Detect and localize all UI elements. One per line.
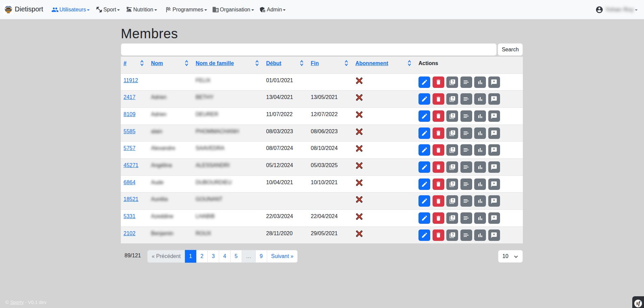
svg-text:?: ? — [452, 97, 454, 100]
svg-text:?: ? — [452, 131, 454, 134]
svg-text:?: ? — [452, 182, 454, 185]
svg-text:?: ? — [452, 113, 454, 117]
svg-text:?: ? — [452, 216, 454, 219]
svg-text:?: ? — [452, 148, 454, 151]
svg-text:?: ? — [452, 199, 454, 202]
svg-text:?: ? — [452, 164, 454, 168]
svg-text:?: ? — [452, 233, 454, 236]
svg-text:?: ? — [452, 80, 454, 83]
